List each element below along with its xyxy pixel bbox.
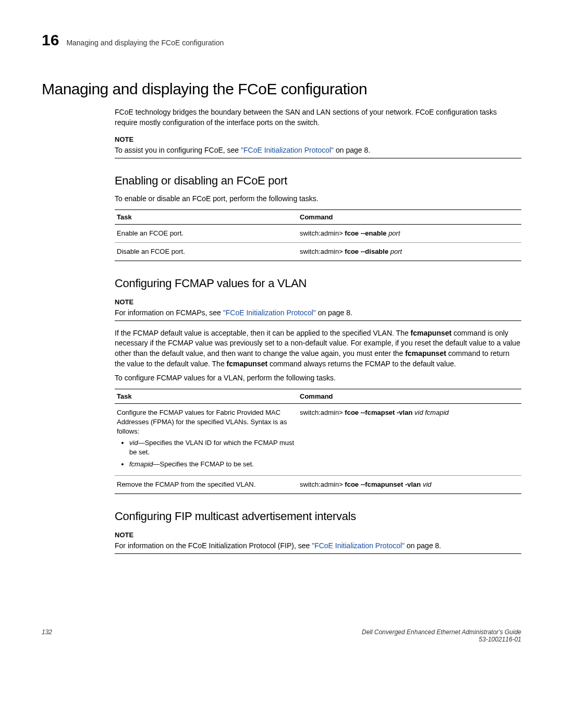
note-rule [115,158,521,158]
fip-heading: Configuring FIP multicast advertisement … [115,510,521,523]
note-text: For information on FCMAPs, see [115,309,223,317]
task-cell: Configure the FCMAP values for Fabric Pr… [115,403,298,475]
cmd-prompt: switch:admin> [300,409,345,416]
command-cell: switch:admin> fcoe --disable port [298,242,521,261]
page-footer: 132 Dell Converged Enhanced Ethernet Adm… [42,628,521,643]
fcmap-paragraph: If the FCMAP default value is acceptable… [115,328,521,369]
table-header-row: Task Command [115,209,521,224]
main-heading: Managing and displaying the FCoE configu… [42,80,521,98]
enable-command-table: Task Command Enable an FCOE port. switch… [115,209,521,261]
note-text: For information on the FCoE Initializati… [115,541,312,550]
task-cell: Enable an FCOE port. [115,224,298,242]
cmd-arg: port [387,229,400,237]
doc-number: 53-1002116-01 [479,636,521,643]
doc-title: Dell Converged Enhanced Ethernet Adminis… [362,628,521,636]
fcoe-init-protocol-link[interactable]: "FCoE Initialization Protocol" [241,146,334,154]
fcoe-init-protocol-link[interactable]: "FCoE Initialization Protocol" [223,309,316,317]
table-row: Disable an FCOE port. switch:admin> fcoe… [115,242,521,261]
fcmap-command-table: Task Command Configure the FCMAP values … [115,389,521,494]
command-cell: switch:admin> fcoe --fcmapunset -vlan vi… [298,475,521,493]
cmd-name: fcmapunset [405,349,446,357]
command-cell: switch:admin> fcoe --fcmapset -vlan vid … [298,403,521,475]
page-number: 132 [42,628,52,643]
footer-doc-info: Dell Converged Enhanced Ethernet Adminis… [362,628,521,643]
note-label: NOTE [115,135,521,144]
param-desc: —Specifies the VLAN ID for which the FCM… [129,439,294,456]
param-name: fcmapid [129,460,153,468]
table-header-row: Task Command [115,389,521,403]
cmd-bold: fcoe --fcmapunset -vlan [345,480,421,488]
note-label: NOTE [115,298,521,307]
syntax-list: vid—Specifies the VLAN ID for which the … [118,438,296,469]
text: command always returns the FCMAP to the … [267,360,456,368]
enable-intro: To enable or disable an FCoE port, perfo… [115,194,521,204]
intro-paragraph: FCoE technology bridges the boundary bet… [115,107,521,128]
task-desc: Configure the FCMAP values for Fabric Pr… [117,409,287,435]
col-task-header: Task [115,209,298,224]
cmd-arg: vid [421,480,431,488]
enable-fcoe-port-heading: Enabling or disabling an FCoE port [115,174,521,188]
chapter-title: Managing and displaying the FCoE configu… [66,39,224,47]
note-body: To assist you in configuring FCoE, see "… [115,145,521,156]
cmd-arg: port [388,248,402,255]
param-desc: —Specifies the FCMAP to be set. [153,460,254,468]
fcmap-heading: Configuring FCMAP values for a VLAN [115,277,521,290]
param-name: vid [129,439,138,447]
cmd-name: fcmapunset [411,329,452,337]
cmd-name: fcmapunset [227,360,268,368]
cmd-bold: fcoe --disable [345,248,388,255]
text: If the FCMAP default value is acceptable… [115,329,411,337]
note-text: To assist you in configuring FCoE, see [115,146,241,154]
chapter-number: 16 [42,31,59,49]
note-rule [115,320,521,321]
table-row: Configure the FCMAP values for Fabric Pr… [115,403,521,475]
col-command-header: Command [298,389,521,403]
cmd-prompt: switch:admin> [300,229,345,237]
note-body: For information on FCMAPs, see "FCoE Ini… [115,308,521,318]
note-body: For information on the FCoE Initializati… [115,541,521,551]
fcmap-paragraph-2: To configure FCMAP values for a VLAN, pe… [115,373,521,384]
note-label: NOTE [115,530,521,540]
note-text-suffix: on page 8. [334,146,370,154]
cmd-bold: fcoe --fcmapset -vlan [345,409,412,416]
cmd-bold: fcoe --enable [345,229,386,237]
cmd-arg: vid fcmapid [412,409,448,416]
task-cell: Disable an FCOE port. [115,242,298,261]
note-text-suffix: on page 8. [316,309,352,317]
note-text-suffix: on page 8. [405,541,441,550]
task-cell: Remove the FCMAP from the specified VLAN… [115,475,298,493]
fcoe-init-protocol-link[interactable]: "FCoE Initialization Protocol" [312,541,405,550]
table-row: Enable an FCOE port. switch:admin> fcoe … [115,224,521,242]
col-task-header: Task [115,389,298,403]
cmd-prompt: switch:admin> [300,248,345,255]
note-rule [115,553,521,554]
table-row: Remove the FCMAP from the specified VLAN… [115,475,521,493]
col-command-header: Command [298,209,521,224]
list-item: vid—Specifies the VLAN ID for which the … [129,438,296,457]
page-header: 16 Managing and displaying the FCoE conf… [42,31,521,49]
cmd-prompt: switch:admin> [300,480,345,488]
list-item: fcmapid—Specifies the FCMAP to be set. [129,460,296,469]
command-cell: switch:admin> fcoe --enable port [298,224,521,242]
